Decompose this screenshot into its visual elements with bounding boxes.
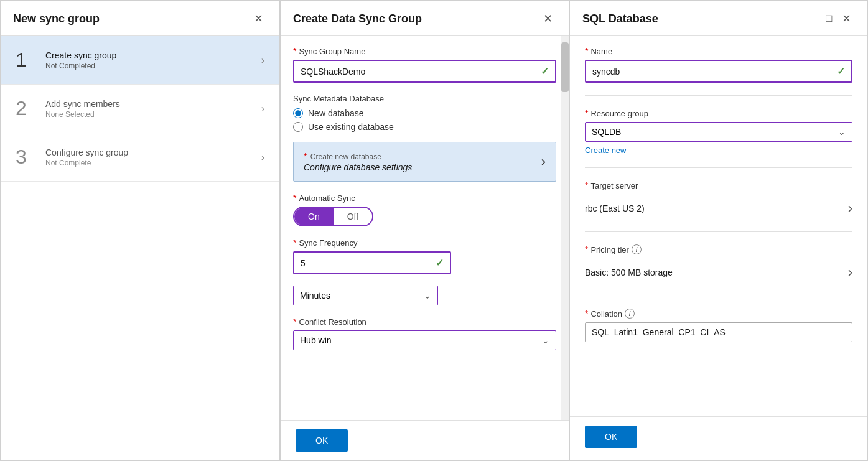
right-panel-body: * Name ✓ * Resource group SQLDB xyxy=(570,36,867,416)
configure-db-content: * Create new database Configure database… xyxy=(304,151,412,172)
step-arrow-3: › xyxy=(261,152,264,163)
collation-input[interactable] xyxy=(585,322,852,342)
automatic-sync-toggle[interactable]: On Off xyxy=(293,207,373,226)
pricing-tier-row[interactable]: Basic: 500 MB storage › xyxy=(585,258,852,283)
mid-panel-title: Create Data Sync Group xyxy=(293,12,422,26)
pricing-tier-field-group: * Pricing tier i Basic: 500 MB storage › xyxy=(585,244,852,296)
name-input-wrapper[interactable]: ✓ xyxy=(585,60,852,83)
step-content-1: Create sync group Not Completed xyxy=(45,50,261,70)
radio-existing-db[interactable]: Use existing database xyxy=(293,122,556,132)
sync-frequency-input[interactable] xyxy=(301,258,429,268)
minutes-dropdown-field: Minutes Hours Days xyxy=(293,286,556,305)
collation-info-icon[interactable]: i xyxy=(625,309,635,319)
conflict-resolution-label: * Conflict Resolution xyxy=(293,317,556,327)
name-input[interactable] xyxy=(592,67,837,77)
sync-group-name-input-wrapper[interactable]: ✓ xyxy=(293,60,556,83)
sync-frequency-label: * Sync Frequency xyxy=(293,238,556,248)
name-check-icon: ✓ xyxy=(837,65,845,77)
right-panel-maximize-button[interactable]: ☐ xyxy=(823,13,836,24)
target-server-value: rbc (East US 2) xyxy=(585,203,645,213)
step-number-3: 3 xyxy=(16,146,34,169)
mid-panel: Create Data Sync Group ✕ * Sync Group Na… xyxy=(280,0,569,461)
target-server-label: * Target server xyxy=(585,180,852,190)
radio-new-db-input[interactable] xyxy=(293,108,303,118)
pricing-tier-info-icon[interactable]: i xyxy=(632,244,642,254)
step-status-3: Not Complete xyxy=(45,159,261,167)
mid-panel-header: Create Data Sync Group ✕ xyxy=(281,1,569,36)
minutes-select[interactable]: Minutes Hours Days xyxy=(294,286,437,305)
right-panel-header-actions: ☐ ✕ xyxy=(823,12,855,26)
toggle-on-option[interactable]: On xyxy=(294,208,334,225)
sync-metadata-label: Sync Metadata Database xyxy=(293,94,556,103)
left-panel-title: New sync group xyxy=(13,12,100,26)
step-label-2: Add sync members xyxy=(45,99,261,109)
resource-group-dropdown-wrapper[interactable]: SQLDB xyxy=(585,122,852,142)
sync-group-name-field: * Sync Group Name ✓ xyxy=(293,46,556,83)
sync-frequency-input-wrapper[interactable]: ✓ xyxy=(293,251,451,274)
minutes-dropdown-wrapper[interactable]: Minutes Hours Days xyxy=(293,286,438,305)
create-new-link[interactable]: Create new xyxy=(585,146,852,155)
resource-group-select[interactable]: SQLDB xyxy=(586,123,852,141)
step-label-3: Configure sync group xyxy=(45,147,261,157)
mid-panel-scrollbar[interactable] xyxy=(561,36,569,420)
pricing-tier-value: Basic: 500 MB storage xyxy=(585,268,673,277)
conflict-resolution-select[interactable]: Hub win Member win xyxy=(294,331,556,350)
right-panel-header: SQL Database ☐ ✕ xyxy=(570,1,867,36)
collation-field-group: * Collation i xyxy=(585,309,852,355)
resource-group-field-group: * Resource group SQLDB Create new xyxy=(585,108,852,168)
target-server-arrow-icon: › xyxy=(848,200,852,217)
step-item-2[interactable]: 2 Add sync members None Selected › xyxy=(1,85,279,133)
name-label: * Name xyxy=(585,46,852,56)
sync-group-name-check-icon: ✓ xyxy=(541,65,549,77)
pricing-tier-arrow-icon: › xyxy=(848,264,852,281)
step-number-1: 1 xyxy=(16,49,34,72)
target-server-row[interactable]: rbc (East US 2) › xyxy=(585,194,852,219)
step-arrow-1: › xyxy=(261,55,264,66)
right-panel-close-button[interactable]: ✕ xyxy=(838,12,855,26)
sync-metadata-db-group: Sync Metadata Database New database Use … xyxy=(293,94,556,132)
name-field-group: * Name ✓ xyxy=(585,46,852,96)
mid-panel-footer: OK xyxy=(281,420,569,460)
pricing-tier-label: * Pricing tier i xyxy=(585,244,852,254)
sync-group-name-input[interactable] xyxy=(301,67,534,77)
steps-list: 1 Create sync group Not Completed › 2 Ad… xyxy=(1,36,279,182)
mid-panel-close-button[interactable]: ✕ xyxy=(539,12,556,26)
radio-existing-db-text: Use existing database xyxy=(308,122,394,132)
toggle-off-option[interactable]: Off xyxy=(334,208,372,225)
step-label-1: Create sync group xyxy=(45,50,261,60)
conflict-resolution-field: * Conflict Resolution Hub win Member win xyxy=(293,317,556,350)
sync-frequency-check-icon: ✓ xyxy=(436,257,444,269)
right-panel-footer: OK xyxy=(570,416,867,457)
step-content-2: Add sync members None Selected xyxy=(45,99,261,119)
sync-group-name-label: * Sync Group Name xyxy=(293,46,556,56)
mid-panel-scrollbar-thumb[interactable] xyxy=(561,42,569,92)
left-panel: New sync group ✕ 1 Create sync group Not… xyxy=(0,0,280,461)
right-panel: SQL Database ☐ ✕ * Name ✓ * xyxy=(569,0,868,461)
create-new-db-label: * Create new database xyxy=(304,151,412,161)
conflict-resolution-dropdown-wrapper[interactable]: Hub win Member win xyxy=(293,330,556,350)
automatic-sync-label: * Automatic Sync xyxy=(293,193,556,203)
collation-label: * Collation i xyxy=(585,309,852,319)
sync-frequency-field: * Sync Frequency ✓ xyxy=(293,238,556,274)
step-item-1[interactable]: 1 Create sync group Not Completed › xyxy=(1,36,279,85)
target-server-field-group: * Target server rbc (East US 2) › xyxy=(585,180,852,232)
left-panel-close-button[interactable]: ✕ xyxy=(250,12,267,26)
configure-db-box[interactable]: * Create new database Configure database… xyxy=(293,142,556,182)
step-number-2: 2 xyxy=(16,97,34,120)
radio-existing-db-input[interactable] xyxy=(293,122,303,132)
right-panel-ok-button[interactable]: OK xyxy=(585,426,637,448)
radio-new-db-text: New database xyxy=(308,108,364,118)
radio-new-db[interactable]: New database xyxy=(293,108,556,118)
left-panel-header: New sync group ✕ xyxy=(1,1,279,36)
step-content-3: Configure sync group Not Complete xyxy=(45,147,261,167)
step-status-1: Not Completed xyxy=(45,62,261,70)
configure-db-arrow-icon: › xyxy=(541,154,546,170)
required-star-1: * xyxy=(293,46,296,56)
right-panel-title: SQL Database xyxy=(582,12,658,26)
configure-db-link: Configure database settings xyxy=(304,162,412,172)
mid-panel-ok-button[interactable]: OK xyxy=(296,429,348,452)
mid-panel-body: * Sync Group Name ✓ Sync Metadata Databa… xyxy=(281,36,569,416)
step-item-3[interactable]: 3 Configure sync group Not Complete › xyxy=(1,133,279,182)
step-arrow-2: › xyxy=(261,103,264,114)
automatic-sync-field: * Automatic Sync On Off xyxy=(293,193,556,226)
